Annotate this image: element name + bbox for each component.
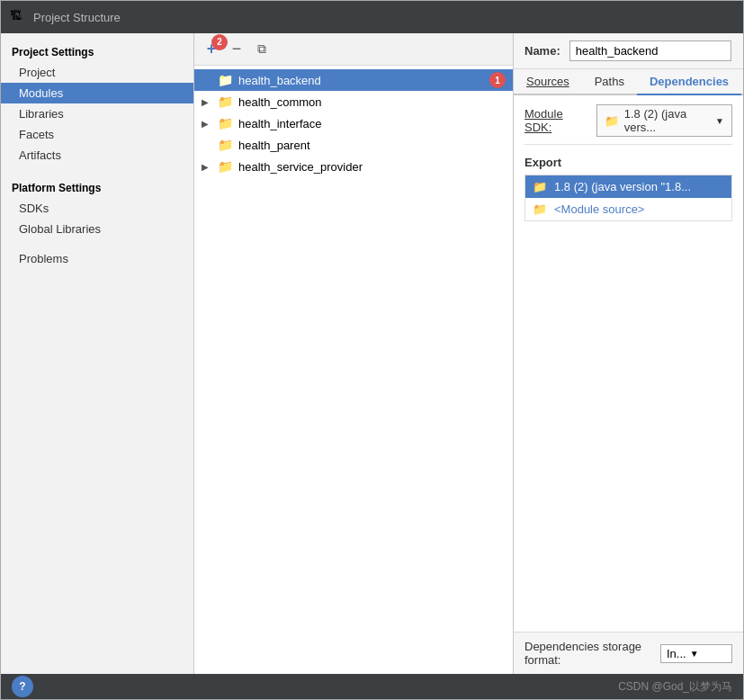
center-toolbar: + 2 − ⧉ <box>194 33 513 66</box>
sidebar-item-sdks[interactable]: SDKs <box>1 198 193 219</box>
help-button[interactable]: ? <box>12 676 33 697</box>
right-header: Name: <box>514 33 743 69</box>
chevron-down-icon: ▼ <box>715 116 724 126</box>
module-name: health_backend <box>238 74 321 87</box>
bottom-bar-text: CSDN @God_以梦为马 <box>618 679 732 695</box>
tab-paths[interactable]: Paths <box>582 69 637 95</box>
folder-icon: 📁 <box>218 73 233 87</box>
sdk-folder-icon: 📁 <box>605 114 619 128</box>
sdk-value-text: 1.8 (2) (java vers... <box>624 107 710 134</box>
folder-icon-parent: 📁 <box>218 138 233 152</box>
window-title: Project Structure <box>33 11 121 24</box>
sidebar-item-libraries[interactable]: Libraries <box>1 103 193 124</box>
sidebar-item-project[interactable]: Project <box>1 62 193 83</box>
window-icon: 🏗 <box>10 9 26 25</box>
copy-button[interactable]: ⧉ <box>250 38 273 61</box>
right-footer: Dependencies storage format: In... ▼ <box>514 632 743 674</box>
tab-dependencies[interactable]: Dependencies <box>637 69 741 95</box>
dep-folder-icon-source: 📁 <box>533 202 547 216</box>
module-item-health-backend[interactable]: 📁 health_backend 1 <box>194 69 513 91</box>
module-item-health-service-provider[interactable]: ▶ 📁 health_service_provider <box>194 156 513 177</box>
tab-sources[interactable]: Sources <box>514 69 582 95</box>
module-sdk-row: Module SDK: 📁 1.8 (2) (java vers... ▼ <box>524 104 732 145</box>
folder-icon-common: 📁 <box>218 94 233 109</box>
sdk-label: Module SDK: <box>524 107 587 134</box>
dep-item-jdk[interactable]: 📁 1.8 (2) (java version "1.8... <box>525 175 731 198</box>
sidebar-item-artifacts[interactable]: Artifacts <box>1 145 193 166</box>
module-name-interface: health_interface <box>238 117 322 130</box>
module-name-service: health_service_provider <box>238 160 363 174</box>
title-bar: 🏗 Project Structure <box>1 1 743 33</box>
right-content: Module SDK: 📁 1.8 (2) (java vers... ▼ Ex… <box>514 95 743 632</box>
sidebar-item-modules[interactable]: Modules <box>1 83 193 103</box>
module-list: 📁 health_backend 1 ▶ 📁 health_common ▶ 📁 <box>194 66 513 674</box>
dep-text-source: <Module source> <box>554 202 644 216</box>
footer-chevron-icon: ▼ <box>690 649 699 659</box>
sidebar-item-problems[interactable]: Problems <box>1 248 193 269</box>
module-item-health-common[interactable]: ▶ 📁 health_common <box>194 91 513 112</box>
project-structure-window: 🏗 Project Structure Project Settings Pro… <box>0 0 744 700</box>
module-item-health-parent[interactable]: 📁 health_parent <box>194 134 513 156</box>
sdk-dropdown[interactable]: 📁 1.8 (2) (java vers... ▼ <box>596 104 732 137</box>
footer-dropdown[interactable]: In... ▼ <box>660 644 732 663</box>
footer-label: Dependencies storage format: <box>524 640 651 667</box>
platform-settings-heading: Platform Settings <box>1 175 193 198</box>
module-item-health-interface[interactable]: ▶ 📁 health_interface <box>194 112 513 134</box>
problems-section: Problems <box>1 248 193 269</box>
export-header: Export <box>524 156 732 169</box>
name-input[interactable] <box>569 40 731 61</box>
sidebar-item-facets[interactable]: Facets <box>1 124 193 145</box>
dep-text-jdk: 1.8 (2) (java version "1.8... <box>554 180 691 193</box>
module-name-common: health_common <box>238 95 322 109</box>
name-label: Name: <box>524 44 560 58</box>
remove-button[interactable]: − <box>225 38 248 61</box>
dep-item-module-source[interactable]: 📁 <Module source> <box>525 198 731 220</box>
folder-icon-service: 📁 <box>218 159 233 174</box>
dependency-list: 📁 1.8 (2) (java version "1.8... 📁 <Modul… <box>524 175 732 221</box>
center-panel: + 2 − ⧉ 📁 health_backend 1 <box>194 33 514 674</box>
platform-settings-section: Platform Settings SDKs Global Libraries <box>1 175 193 239</box>
folder-icon-interface: 📁 <box>218 116 233 130</box>
sidebar-item-global-libraries[interactable]: Global Libraries <box>1 219 193 239</box>
project-settings-heading: Project Settings <box>1 39 193 62</box>
sidebar: Project Settings Project Modules Librari… <box>1 33 194 674</box>
module-badge: 1 <box>489 72 506 88</box>
dep-folder-icon-jdk: 📁 <box>533 180 547 193</box>
expand-arrow-service: ▶ <box>202 162 212 172</box>
expand-arrow-interface: ▶ <box>202 119 212 129</box>
right-tabs: Sources Paths Dependencies <box>514 69 743 95</box>
main-content: Project Settings Project Modules Librari… <box>1 33 743 674</box>
expand-arrow-common: ▶ <box>202 97 212 107</box>
right-panel: Name: Sources Paths Dependencies Module … <box>514 33 743 674</box>
sidebar-nav: Project Settings Project Modules Librari… <box>1 33 193 674</box>
bottom-bar: ? CSDN @God_以梦为马 <box>1 674 743 699</box>
module-name-parent: health_parent <box>238 139 310 152</box>
